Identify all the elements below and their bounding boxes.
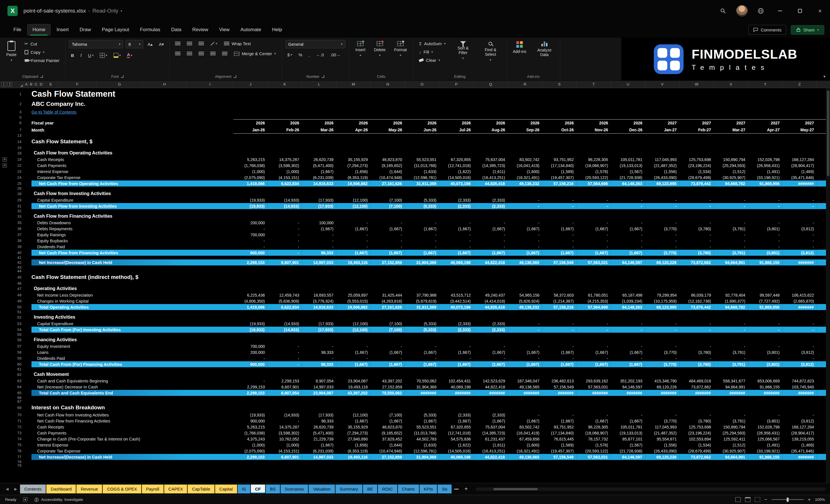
cell[interactable]: 57,564,698	[577, 304, 611, 310]
cell[interactable]: -	[714, 238, 748, 244]
cell[interactable]: (18,321,491)	[508, 448, 542, 454]
cell[interactable]: #######	[542, 390, 577, 396]
cell[interactable]: (3,812)	[783, 226, 817, 232]
cell[interactable]: -	[748, 244, 783, 250]
zoom-in-button[interactable]: +	[808, 497, 811, 503]
cell[interactable]: (28,679,499)	[679, 448, 714, 454]
cell[interactable]: 54,575,836	[439, 436, 474, 442]
cell[interactable]: 168,127,284	[783, 424, 817, 430]
cell[interactable]: (1,667)	[302, 168, 337, 175]
cell[interactable]: (1,667)	[577, 226, 611, 232]
cell[interactable]: 8,907,054	[268, 390, 302, 396]
cell[interactable]: 91,869,956	[748, 181, 783, 187]
fill-color-button[interactable]: ▾	[111, 52, 123, 59]
cell[interactable]: (33,198,921)	[748, 448, 783, 454]
menu-help[interactable]: Help	[267, 24, 287, 35]
cell[interactable]: (1,667)	[611, 250, 645, 256]
cell[interactable]: (19,133,013)	[611, 162, 645, 168]
cell[interactable]: 152,028,798	[748, 424, 783, 430]
cell[interactable]: -	[611, 238, 645, 244]
cell[interactable]: 44,822,418	[474, 454, 508, 460]
cell[interactable]: -	[508, 343, 542, 349]
cell[interactable]: -	[233, 355, 268, 361]
row-label-cell[interactable]: Financing Activities	[24, 336, 233, 343]
cell[interactable]: -	[783, 244, 817, 250]
cell[interactable]: (1,667)	[371, 250, 405, 256]
row-label-cell[interactable]: Debts Repayments	[24, 226, 233, 232]
cell[interactable]: -	[748, 203, 783, 209]
cell[interactable]: 10,762,052	[268, 436, 302, 442]
cell[interactable]: (1,589)	[542, 442, 577, 448]
cell[interactable]: 2026	[405, 120, 439, 126]
cell[interactable]: 1,419,086	[233, 304, 268, 310]
cell[interactable]: 8,907,054	[302, 378, 337, 384]
cell[interactable]: 57,563,031	[577, 259, 611, 265]
cell[interactable]: 40,069,198	[439, 454, 474, 460]
cell[interactable]: (4,215,353)	[577, 298, 611, 304]
cell[interactable]: (2,333)	[474, 203, 508, 209]
cell[interactable]: -	[371, 238, 405, 244]
cell[interactable]: (19,933)	[233, 203, 268, 209]
cell[interactable]: 31,904,369	[405, 454, 439, 460]
column-header-O[interactable]: O	[405, 81, 439, 88]
cell[interactable]: -	[714, 412, 748, 418]
zoom-level[interactable]: 100%	[815, 497, 825, 502]
borders-button[interactable]: ▾	[98, 52, 109, 59]
cell[interactable]: -	[645, 355, 679, 361]
cell[interactable]: -	[474, 238, 508, 244]
cell[interactable]: (2,075,090)	[233, 175, 268, 181]
cell[interactable]: 46,823,870	[371, 156, 405, 162]
cell[interactable]: (30,925,907)	[714, 448, 748, 454]
cell[interactable]: 2026	[508, 120, 542, 126]
cell[interactable]: 484,469,016	[679, 378, 714, 384]
row-label-cell[interactable]: ABC Company Inc.	[24, 99, 233, 108]
column-header-I[interactable]: I	[187, 81, 233, 88]
cell[interactable]: (1,611)	[474, 442, 508, 448]
cell[interactable]: (2,333)	[439, 412, 474, 418]
row-label-cell[interactable]: Net Cash Flow from Operating Activities	[24, 181, 233, 187]
row-label-cell[interactable]	[24, 310, 233, 314]
cell[interactable]: (14,505,016)	[439, 175, 474, 181]
column-header-C[interactable]: C	[34, 81, 39, 88]
cell[interactable]: (1,667)	[337, 226, 371, 232]
align-right-button[interactable]	[196, 51, 206, 57]
italic-button[interactable]: I	[78, 52, 84, 59]
cell[interactable]: -	[337, 238, 371, 244]
row-label-cell[interactable]: Debts Drawdowns	[24, 220, 233, 226]
cell[interactable]: 95,554,871	[645, 436, 679, 442]
cell[interactable]: -	[679, 327, 714, 333]
cell[interactable]: (7,100)	[371, 203, 405, 209]
cell[interactable]: (1,768,038)	[233, 430, 268, 436]
cell[interactable]: -	[508, 197, 542, 203]
cell[interactable]: -	[714, 343, 748, 349]
cell[interactable]: -	[405, 244, 439, 250]
cell[interactable]: (9,185,652)	[371, 430, 405, 436]
cell[interactable]: (19,457,307)	[542, 175, 577, 181]
cell[interactable]: (3,598,302)	[268, 162, 302, 168]
font-color-button[interactable]: A▾	[125, 51, 134, 59]
cell[interactable]: 96,228,305	[577, 424, 611, 430]
row-label-cell[interactable]: Cash Flow Statement	[24, 88, 233, 99]
cell[interactable]: (14,933)	[268, 412, 302, 418]
cell[interactable]: 43,515,712	[439, 292, 474, 298]
cell[interactable]: 69,123,995	[645, 304, 679, 310]
cell[interactable]: (21,728,938)	[611, 448, 645, 454]
cell[interactable]: 93,751,952	[542, 156, 577, 162]
cell[interactable]: #######	[679, 390, 714, 396]
cell[interactable]: -	[405, 343, 439, 349]
row-label-cell[interactable]: Interest Expense	[24, 168, 233, 175]
tab-nav-right-icon[interactable]: ▶	[11, 487, 20, 491]
cell[interactable]: 2,299,153	[233, 384, 268, 390]
cell[interactable]: (1,491)	[748, 442, 783, 448]
cell[interactable]: (1,667)	[302, 442, 337, 448]
cell[interactable]: (4,414,018)	[474, 298, 508, 304]
sheet-tab-so[interactable]: So	[438, 484, 451, 494]
cell[interactable]: 27,161,626	[371, 181, 405, 187]
cell[interactable]: (14,395,723)	[474, 162, 508, 168]
cell[interactable]: 31,911,369	[405, 304, 439, 310]
fill-button[interactable]: ↓Fill▾	[417, 48, 448, 56]
cell[interactable]: (1,667)	[611, 418, 645, 424]
cell[interactable]: (1,667)	[405, 349, 439, 355]
cell[interactable]: 55,523,551	[405, 156, 439, 162]
cell[interactable]: 76,615,445	[542, 436, 577, 442]
